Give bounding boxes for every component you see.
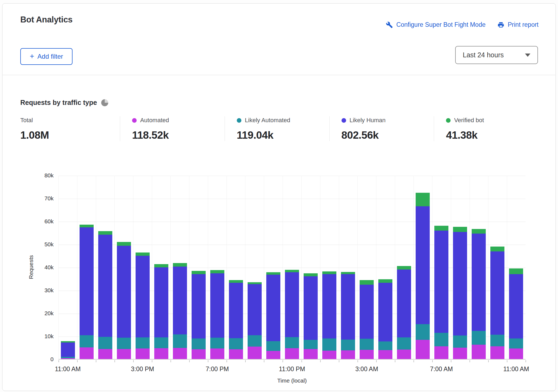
stacked-bar[interactable] bbox=[61, 341, 75, 359]
x-tick-label: 7:00 AM bbox=[420, 366, 463, 373]
pie-chart-icon bbox=[101, 99, 108, 106]
bar-segment-likely-human bbox=[434, 231, 448, 333]
bar-segment-automated bbox=[490, 346, 504, 359]
bar-segment-automated bbox=[117, 349, 131, 359]
x-tickmark bbox=[58, 360, 59, 362]
stacked-bar[interactable] bbox=[117, 242, 131, 359]
configure-link-label: Configure Super Bot Fight Mode bbox=[396, 21, 485, 28]
bar-segment-likely-human bbox=[378, 283, 392, 342]
bar-segment-likely-human bbox=[192, 274, 206, 338]
bar-segment-likely-automated bbox=[248, 335, 262, 347]
stacked-bar[interactable] bbox=[434, 226, 448, 359]
stacked-bar[interactable] bbox=[397, 266, 411, 359]
stacked-bar[interactable] bbox=[416, 193, 430, 359]
stacked-bar[interactable] bbox=[472, 229, 486, 359]
bar-segment-automated bbox=[341, 350, 355, 359]
stacked-bar[interactable] bbox=[490, 247, 504, 359]
bar-segment-likely-automated bbox=[341, 340, 355, 350]
bar-segment-likely-human bbox=[472, 234, 486, 331]
print-report-link[interactable]: Print report bbox=[497, 21, 539, 28]
x-tickmark bbox=[208, 360, 208, 362]
x-tickmark bbox=[432, 360, 433, 362]
x-tickmark bbox=[245, 360, 246, 362]
bar-segment-verified-bot bbox=[360, 280, 374, 284]
stacked-bar[interactable] bbox=[304, 273, 318, 359]
x-tick-label: 11:00 AM bbox=[46, 366, 90, 373]
stat-value: 802.56k bbox=[342, 129, 426, 141]
stacked-bar[interactable] bbox=[322, 271, 336, 359]
stacked-bar[interactable] bbox=[248, 282, 262, 359]
traffic-type-stats: Total 1.08M Automated 118.52k Likely Aut… bbox=[20, 116, 539, 141]
bar-segment-likely-automated bbox=[98, 337, 112, 349]
bar-segment-verified-bot bbox=[322, 271, 336, 274]
stacked-bar[interactable] bbox=[80, 225, 94, 359]
bar-segment-automated bbox=[285, 348, 299, 359]
x-tick-label: 3:00 AM bbox=[345, 366, 388, 373]
bar-segment-verified-bot bbox=[378, 279, 392, 283]
stacked-bar[interactable] bbox=[98, 231, 112, 359]
add-filter-label: Add filter bbox=[37, 53, 63, 60]
bar-segment-automated bbox=[472, 345, 486, 359]
stat-label: Automated bbox=[140, 117, 169, 124]
x-tickmark bbox=[320, 360, 321, 362]
configure-super-bot-fight-mode-link[interactable]: Configure Super Bot Fight Mode bbox=[386, 21, 485, 28]
x-tickmark bbox=[96, 360, 96, 362]
x-tickmark bbox=[413, 360, 414, 362]
stacked-bar[interactable] bbox=[360, 280, 374, 359]
stat-automated: Automated 118.52k bbox=[120, 116, 225, 141]
bar-segment-likely-human bbox=[80, 227, 94, 335]
stacked-bar[interactable] bbox=[285, 270, 299, 359]
stat-verified-bot: Verified bot 41.38k bbox=[434, 116, 539, 141]
stacked-bar[interactable] bbox=[266, 272, 280, 359]
bar-segment-likely-automated bbox=[322, 338, 336, 350]
bar-segment-likely-automated bbox=[192, 338, 206, 350]
bar-segment-likely-human bbox=[229, 283, 243, 338]
wrench-icon bbox=[386, 21, 393, 28]
bar-segment-likely-automated bbox=[509, 338, 523, 348]
stacked-bar[interactable] bbox=[453, 227, 467, 359]
y-tick-label: 20k bbox=[35, 310, 54, 317]
bar-segment-likely-automated bbox=[416, 324, 430, 340]
bar-segment-likely-human bbox=[304, 276, 318, 340]
bar-segment-automated bbox=[266, 351, 280, 359]
section-title-row: Requests by traffic type bbox=[20, 99, 108, 107]
bar-segment-verified-bot bbox=[210, 270, 224, 273]
stat-likely-automated: Likely Automated 119.04k bbox=[225, 116, 329, 141]
stacked-bar[interactable] bbox=[154, 264, 168, 359]
x-tickmark bbox=[152, 360, 152, 362]
stat-label: Likely Automated bbox=[245, 117, 290, 124]
bar-segment-likely-automated bbox=[360, 339, 374, 350]
bar-segment-verified-bot bbox=[453, 227, 467, 232]
stacked-bar[interactable] bbox=[210, 270, 224, 359]
bar-segment-likely-human bbox=[210, 273, 224, 338]
add-filter-button[interactable]: + Add filter bbox=[20, 48, 73, 65]
bar-segment-likely-human bbox=[322, 274, 336, 339]
y-tick-label: 60k bbox=[35, 218, 54, 225]
x-tick-label: 3:00 PM bbox=[121, 366, 164, 373]
bar-segment-likely-automated bbox=[490, 335, 504, 346]
bar-segment-verified-bot bbox=[266, 272, 280, 275]
legend-dot-likely-human bbox=[342, 118, 346, 123]
y-tick-label: 70k bbox=[35, 195, 54, 202]
bar-segment-likely-human bbox=[453, 232, 467, 335]
stacked-bar[interactable] bbox=[229, 280, 243, 359]
bar-segment-likely-automated bbox=[378, 341, 392, 350]
x-tickmark bbox=[357, 360, 358, 362]
bar-segment-automated bbox=[453, 348, 467, 359]
stacked-bar[interactable] bbox=[341, 272, 355, 359]
x-tickmark bbox=[339, 360, 339, 362]
stacked-bar[interactable] bbox=[173, 263, 187, 359]
time-range-dropdown[interactable]: Last 24 hours bbox=[455, 46, 538, 64]
bar-segment-likely-human bbox=[136, 256, 150, 338]
bar-segment-verified-bot bbox=[173, 263, 187, 267]
stacked-bar[interactable] bbox=[378, 279, 392, 359]
bar-segment-verified-bot bbox=[416, 193, 430, 206]
stacked-bar[interactable] bbox=[136, 253, 150, 359]
stacked-bar[interactable] bbox=[509, 268, 523, 359]
plot-area[interactable] bbox=[58, 176, 526, 360]
bar-segment-likely-automated bbox=[397, 337, 411, 350]
bar-segment-verified-bot bbox=[229, 280, 243, 283]
stacked-bar[interactable] bbox=[192, 271, 206, 359]
x-tickmark bbox=[77, 360, 78, 362]
bar-segment-likely-automated bbox=[173, 334, 187, 348]
